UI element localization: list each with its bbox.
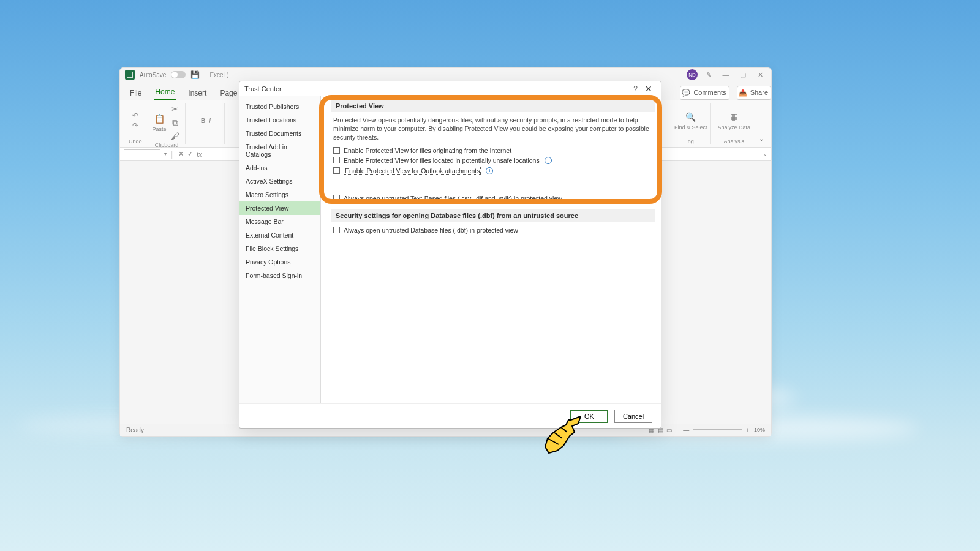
sidebar-item-protected-view[interactable]: Protected View — [239, 201, 320, 215]
clipboard-icon: 📋 — [153, 113, 165, 125]
ribbon-tab-file[interactable]: File — [129, 86, 143, 100]
checkbox-label: Always open untrusted Database files (.d… — [344, 227, 518, 234]
dialog-titlebar: Trust Center ? ✕ — [239, 81, 661, 96]
copy-icon[interactable]: ⧉ — [169, 116, 181, 129]
checkbox-row-pv-internet[interactable]: Enable Protected View for files originat… — [331, 146, 655, 156]
checkbox-label: Enable Protected View for files originat… — [344, 147, 511, 154]
sidebar-item-trusted-documents[interactable]: Trusted Documents — [239, 127, 320, 140]
sidebar-item-activex-settings[interactable]: ActiveX Settings — [239, 174, 320, 188]
dialog-title: Trust Center — [244, 85, 282, 92]
name-box[interactable] — [124, 149, 160, 159]
sidebar-item-file-block-settings[interactable]: File Block Settings — [239, 242, 320, 255]
comments-button[interactable]: 💬 Comments — [680, 86, 729, 100]
dialog-content: Protected View Protected View opens pote… — [321, 96, 661, 403]
redo-icon[interactable]: ↷ — [132, 121, 138, 130]
window-maximize-button[interactable]: ▢ — [737, 71, 749, 79]
status-ready-label: Ready — [126, 427, 144, 433]
checkbox-row-pv-unsafe-locations[interactable]: Enable Protected View for files located … — [331, 156, 655, 165]
undo-icon[interactable]: ↶ — [132, 111, 138, 120]
checkbox-icon[interactable] — [333, 227, 340, 233]
info-icon[interactable]: i — [545, 157, 552, 164]
editing-mode-icon[interactable]: ✎ — [703, 71, 715, 79]
name-box-dropdown-icon[interactable]: ▾ — [164, 151, 167, 157]
ribbon-group-label: Clipboard — [155, 142, 179, 148]
titlebar: AutoSave 💾 Excel ( ND ✎ — ▢ ✕ — [120, 68, 771, 81]
checkbox-label: Enable Protected View for files located … — [344, 157, 540, 164]
checkbox-row-dbf[interactable]: Always open untrusted Database files (.d… — [331, 225, 655, 235]
ok-button[interactable]: OK — [570, 410, 608, 423]
checkbox-row-pv-outlook[interactable]: Enable Protected View for Outlook attach… — [331, 165, 655, 176]
ribbon-collapse-chevron-icon[interactable]: ⌄ — [756, 133, 766, 144]
dialog-help-button[interactable]: ? — [630, 84, 641, 93]
sidebar-item-macro-settings[interactable]: Macro Settings — [239, 188, 320, 201]
checkbox-icon[interactable] — [333, 195, 340, 201]
ribbon-group-label: Analysis — [723, 138, 744, 144]
sidebar-item-privacy-options[interactable]: Privacy Options — [239, 255, 320, 269]
window-minimize-button[interactable]: — — [720, 71, 732, 78]
zoom-percentage: 10% — [754, 427, 765, 433]
dialog-close-button[interactable]: ✕ — [641, 84, 656, 94]
sidebar-item-message-bar[interactable]: Message Bar — [239, 215, 320, 228]
protected-view-description: Protected View opens potentially dangero… — [331, 116, 655, 142]
checkbox-row-text-files[interactable]: Always open untrusted Text-Based files (… — [331, 193, 655, 203]
ribbon-group-editing: 🔍 Find & Select ng — [671, 103, 712, 144]
checkbox-icon[interactable] — [333, 147, 340, 154]
zoom-slider[interactable] — [693, 429, 742, 430]
ribbon-group-undo: ↶ ↷ Undo — [125, 103, 146, 144]
view-page-break-icon[interactable]: ▭ — [666, 427, 672, 433]
dialog-sidebar: Trusted PublishersTrusted LocationsTrust… — [239, 96, 321, 403]
fx-icon[interactable]: fx — [197, 151, 202, 158]
accept-formula-icon[interactable]: ✓ — [187, 150, 193, 158]
bold-button[interactable]: B — [201, 118, 205, 124]
zoom-in-button[interactable]: + — [745, 427, 749, 433]
analyze-icon: ▦ — [728, 111, 740, 123]
ribbon-group-label: Undo — [129, 138, 142, 144]
sidebar-item-add-ins[interactable]: Add-ins — [239, 161, 320, 174]
zoom-out-button[interactable]: — — [683, 427, 689, 433]
autosave-label: AutoSave — [140, 72, 166, 78]
ribbon-group-font: B I — [188, 103, 225, 144]
cut-icon[interactable]: ✂ — [169, 103, 181, 115]
italic-button[interactable]: I — [209, 118, 211, 124]
sidebar-item-trusted-locations[interactable]: Trusted Locations — [239, 113, 320, 127]
dialog-footer: OK Cancel — [239, 403, 661, 428]
window-close-button[interactable]: ✕ — [754, 71, 766, 79]
protected-view-heading: Protected View — [331, 100, 655, 112]
save-icon[interactable]: 💾 — [190, 70, 200, 79]
doc-title: Excel ( — [209, 72, 228, 78]
checkbox-label: Enable Protected View for Outlook attach… — [344, 167, 481, 175]
ribbon-tab-home[interactable]: Home — [154, 85, 176, 100]
checkbox-icon[interactable] — [333, 167, 340, 174]
ribbon-group-analysis: ▦ Analyze Data Analysis — [714, 103, 754, 144]
trust-center-dialog: Trust Center ? ✕ Trusted PublishersTrust… — [239, 81, 662, 429]
paste-button[interactable]: 📋 Paste — [153, 113, 167, 132]
sidebar-item-external-content[interactable]: External Content — [239, 228, 320, 242]
checkbox-label: Always open untrusted Text-Based files (… — [344, 195, 562, 202]
ribbon-tab-insert[interactable]: Insert — [187, 86, 208, 100]
excel-app-icon — [125, 70, 135, 80]
cancel-formula-icon[interactable]: ✕ — [178, 150, 184, 158]
ribbon-group-clipboard: 📋 Paste ✂ ⧉ 🖌 Clipboard — [149, 103, 186, 144]
sidebar-item-trusted-add-in-catalogs[interactable]: Trusted Add-in Catalogs — [239, 140, 320, 161]
dbf-heading: Security settings for opening Database f… — [331, 209, 655, 222]
find-select-button[interactable]: 🔍 Find & Select — [674, 111, 707, 130]
sidebar-item-trusted-publishers[interactable]: Trusted Publishers — [239, 100, 320, 113]
share-button[interactable]: 📤 Share — [737, 86, 771, 100]
search-icon: 🔍 — [685, 111, 697, 123]
checkbox-icon[interactable] — [333, 157, 340, 163]
formula-bar-expand-icon[interactable]: ⌄ — [763, 151, 767, 157]
sidebar-item-form-based-sign-in[interactable]: Form-based Sign-in — [239, 269, 320, 282]
cancel-button[interactable]: Cancel — [614, 410, 652, 423]
analyze-data-button[interactable]: ▦ Analyze Data — [717, 111, 750, 130]
autosave-toggle[interactable] — [171, 71, 186, 78]
info-icon[interactable]: i — [486, 167, 493, 174]
format-painter-icon[interactable]: 🖌 — [169, 130, 181, 142]
user-avatar[interactable]: ND — [687, 69, 698, 80]
